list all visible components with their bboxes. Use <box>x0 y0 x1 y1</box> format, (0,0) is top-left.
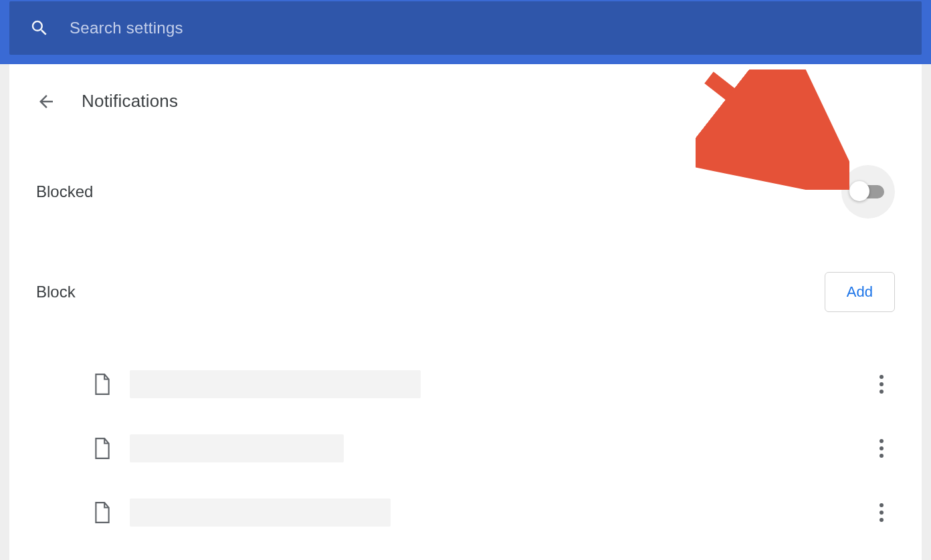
svg-point-8 <box>880 518 884 522</box>
svg-point-3 <box>880 439 884 443</box>
block-site-item <box>94 416 895 480</box>
more-options-icon[interactable] <box>872 499 891 526</box>
site-placeholder <box>130 499 391 527</box>
search-icon <box>29 18 49 38</box>
content-panel: Notifications Blocked Block Add <box>9 64 922 560</box>
page-header: Notifications <box>36 91 895 112</box>
svg-point-2 <box>880 390 884 394</box>
block-site-list <box>36 352 895 560</box>
blocked-label: Blocked <box>36 182 93 201</box>
more-options-icon[interactable] <box>872 371 891 398</box>
site-placeholder <box>130 370 421 398</box>
add-button[interactable]: Add <box>825 272 895 312</box>
more-options-icon[interactable] <box>872 435 891 462</box>
block-site-item <box>94 545 895 560</box>
svg-point-6 <box>880 503 884 507</box>
page-title: Notifications <box>82 91 178 112</box>
back-arrow-icon[interactable] <box>36 92 56 112</box>
block-site-item <box>94 352 895 416</box>
site-placeholder <box>130 434 344 462</box>
document-icon <box>94 502 111 523</box>
document-icon <box>94 374 111 395</box>
search-placeholder: Search settings <box>70 19 183 37</box>
svg-point-7 <box>880 511 884 515</box>
header-bar: Search settings <box>0 0 931 64</box>
content-wrapper: Notifications Blocked Block Add <box>0 64 931 560</box>
blocked-toggle-row: Blocked <box>36 165 895 219</box>
block-section-header: Block Add <box>36 272 895 312</box>
svg-point-4 <box>880 446 884 450</box>
svg-point-5 <box>880 454 884 458</box>
svg-point-1 <box>880 382 884 386</box>
document-icon <box>94 438 111 459</box>
search-settings-field[interactable]: Search settings <box>9 1 922 55</box>
block-site-item <box>94 480 895 545</box>
svg-point-0 <box>880 375 884 379</box>
block-section-label: Block <box>36 283 76 301</box>
blocked-toggle[interactable] <box>841 165 895 219</box>
